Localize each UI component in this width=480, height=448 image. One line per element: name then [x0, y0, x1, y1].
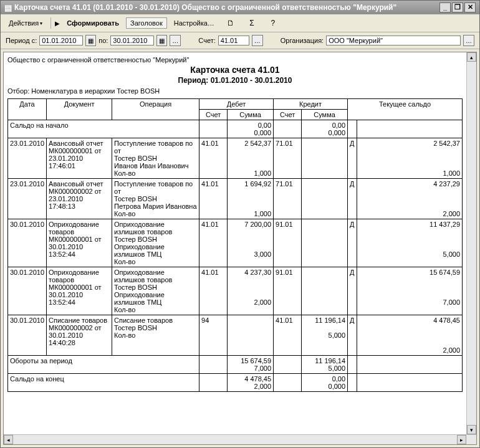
settings-label: Настройка…	[174, 19, 214, 27]
turnover-label: Обороты за период	[8, 356, 199, 374]
cell-c-sum: 11 196,145,000	[302, 315, 348, 356]
th-c-sum: Сумма	[302, 110, 348, 120]
date-to-picker[interactable]: ▦	[156, 35, 167, 46]
minimize-button[interactable]: _	[439, 2, 451, 12]
sheet-icon: 🗋	[226, 18, 236, 28]
calendar-icon: ▦	[159, 37, 165, 44]
play-icon: ▶	[55, 20, 60, 27]
cell-c-sum	[302, 179, 348, 219]
maximize-button[interactable]: ❐	[452, 2, 463, 12]
cell-date: 23.01.2010	[8, 179, 47, 219]
date-from-picker[interactable]: ▦	[85, 35, 96, 46]
end-balance-label: Сальдо на конец	[8, 374, 199, 392]
cell-bal-dc: Д	[348, 179, 357, 219]
cell-d-sum	[228, 315, 274, 356]
org-select-button[interactable]: …	[463, 35, 474, 46]
form-label: Сформировать	[67, 19, 119, 27]
cell-doc: Списание товаров МК000000002 от 30.01.20…	[47, 315, 112, 356]
header-label: Заголовок	[130, 19, 163, 27]
date-to-input[interactable]	[110, 36, 154, 45]
start-balance-label: Сальдо на начало	[8, 120, 199, 138]
cell-op: Поступление товаров по отТостер BOSHПетр…	[112, 179, 199, 219]
dropdown-icon: ▾	[40, 21, 42, 26]
horizontal-scrollbar[interactable]: ◂ ▸	[4, 434, 476, 444]
close-button[interactable]: ✕	[464, 2, 476, 12]
date-from-input[interactable]	[39, 36, 83, 45]
cell-op: Оприходование излишков товаровТостер BOS…	[112, 219, 199, 267]
cell-op: Поступление товаров по отТостер BOSHИван…	[112, 138, 199, 179]
th-credit: Кредит	[274, 99, 348, 110]
scroll-up-button[interactable]: ▴	[467, 52, 476, 62]
th-date: Дата	[8, 99, 47, 120]
org-label: Организация:	[281, 37, 324, 44]
turnover-row: Обороты за период15 674,597,00011 196,14…	[8, 356, 463, 374]
cell-bal-sum: 2 542,371,000	[357, 138, 462, 179]
period-select-button[interactable]: …	[170, 35, 181, 46]
cell-d-sum: 2 542,371,000	[228, 138, 274, 179]
cell-date: 30.01.2010	[8, 315, 47, 356]
cell-c-acct: 41.01	[274, 315, 302, 356]
scroll-right-button[interactable]: ▸	[457, 435, 466, 444]
window-title: Карточка счета 41.01 (01.01.2010 - 30.01…	[14, 3, 438, 12]
cell-doc: Оприходование товаров МК000000001 от 30.…	[47, 219, 112, 267]
report-title: Карточка счета 41.01	[7, 65, 463, 75]
report-table: Дата Документ Операция Дебет Кредит Теку…	[7, 98, 463, 392]
cell-c-sum	[302, 138, 348, 179]
tool-icon-2[interactable]: Σ	[242, 16, 261, 30]
report-org: Общество с ограниченной ответственностью…	[7, 56, 463, 64]
cell-c-acct: 71.01	[274, 179, 302, 219]
cell-bal-sum: 4 478,452,000	[357, 315, 462, 356]
actions-menu[interactable]: Действия ▾	[4, 17, 47, 29]
cell-op: Оприходование излишков товаровТостер BOS…	[112, 267, 199, 315]
end-balance-row: Сальдо на конец4 478,452,0000,000,000	[8, 374, 463, 392]
table-row: 30.01.2010Оприходование товаров МК000000…	[8, 267, 463, 315]
help-button[interactable]: ?	[264, 16, 282, 30]
period-to-label: по:	[98, 37, 108, 44]
scroll-down-button[interactable]: ▾	[467, 425, 476, 434]
account-label: Счет:	[198, 37, 215, 44]
cell-date: 23.01.2010	[8, 138, 47, 179]
period-from-label: Период с:	[6, 37, 37, 44]
cell-date: 30.01.2010	[8, 219, 47, 267]
app-icon: ▤	[4, 3, 12, 12]
cell-d-acct: 41.01	[199, 179, 228, 219]
toolbar: Действия ▾ ▶ Сформировать Заголовок Наст…	[1, 14, 479, 32]
sum-icon: Σ	[247, 18, 257, 28]
th-doc: Документ	[47, 99, 112, 120]
account-input[interactable]	[218, 36, 249, 45]
cell-d-sum: 7 200,003,000	[228, 219, 274, 267]
cell-bal-dc: Д	[348, 138, 357, 179]
cell-bal-sum: 15 674,597,000	[357, 267, 462, 315]
account-select-button[interactable]: …	[252, 35, 263, 46]
th-d-sum: Сумма	[228, 110, 274, 120]
cell-date: 30.01.2010	[8, 267, 47, 315]
th-c-acct: Счет	[274, 110, 302, 120]
report-period: Период: 01.01.2010 - 30.01.2010	[7, 76, 463, 85]
report-filter: Отбор: Номенклатура в иерархии Тостер BO…	[7, 87, 463, 95]
th-balance: Текущее сальдо	[348, 99, 463, 120]
th-debit: Дебет	[199, 99, 274, 110]
cell-c-sum	[302, 267, 348, 315]
org-input[interactable]	[326, 36, 461, 45]
settings-button[interactable]: Настройка…	[170, 17, 219, 29]
separator	[50, 17, 51, 29]
tool-icon-1[interactable]: 🗋	[221, 16, 240, 30]
titlebar: ▤ Карточка счета 41.01 (01.01.2010 - 30.…	[1, 1, 479, 14]
cell-c-acct: 71.01	[274, 138, 302, 179]
cell-c-acct: 91.01	[274, 219, 302, 267]
cell-bal-sum: 11 437,295,000	[357, 219, 462, 267]
form-button[interactable]: Сформировать	[62, 17, 123, 29]
cell-d-sum: 1 694,921,000	[228, 179, 274, 219]
report: Общество с ограниченной ответственностью…	[4, 52, 466, 404]
cell-d-acct: 41.01	[199, 219, 228, 267]
table-row: 30.01.2010Списание товаров МК000000002 о…	[8, 315, 463, 356]
cell-bal-dc: Д	[348, 219, 357, 267]
cell-c-sum	[302, 219, 348, 267]
vertical-scrollbar[interactable]: ▴ ▾	[466, 52, 476, 434]
cell-doc: Авансовый отчет МК000000002 от 23.01.201…	[47, 179, 112, 219]
cell-doc: Авансовый отчет МК000000001 от 23.01.201…	[47, 138, 112, 179]
scroll-left-button[interactable]: ◂	[4, 435, 13, 444]
actions-label: Действия	[9, 19, 39, 27]
cell-d-acct: 94	[199, 315, 228, 356]
header-button[interactable]: Заголовок	[126, 17, 167, 29]
